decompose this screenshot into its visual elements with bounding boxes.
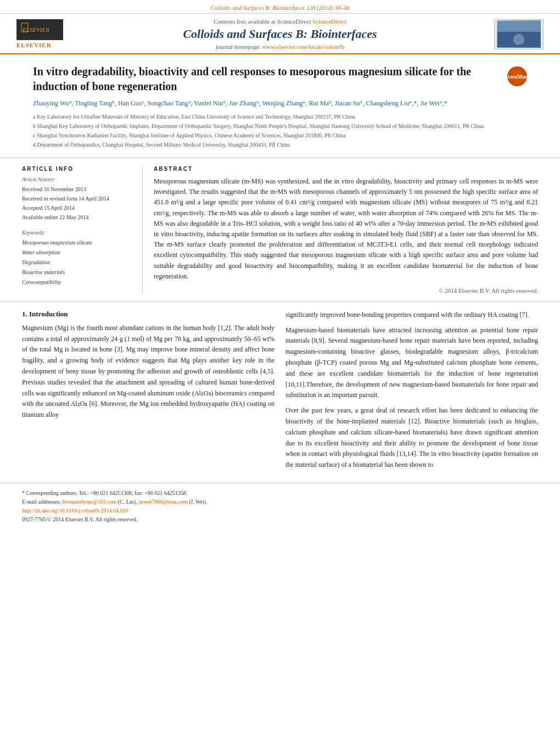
corresponding-text: * Corresponding authors. Tel.: +86 021 6… (22, 490, 187, 496)
section-label: Introduction (29, 310, 68, 318)
email-label: E-mail addresses: (22, 499, 61, 505)
keywords-label: Keywords: (22, 230, 133, 236)
available-date: Available online 22 May 2014 (22, 213, 133, 222)
article-header: In vitro degradability, bioactivity and … (0, 54, 560, 158)
journal-homepage-link[interactable]: www.elsevier.com/locate/colsurfb (262, 43, 345, 50)
affiliation-a: a Key Laboratory for Ultrafine Materials… (33, 113, 527, 121)
homepage-label: journal homepage: (216, 43, 262, 50)
history-label: Article history: (22, 176, 133, 182)
abstract-text: Mesoporous magnesium silicate (m-MS) was… (154, 176, 538, 282)
crossmark-label: CrossMark (504, 74, 531, 80)
authors-line: Zhaoying Wuᵃ, Tingting Tangᵇ, Han Guoᶜ, … (33, 98, 527, 108)
article-info-heading: ARTICLE INFO (22, 166, 133, 172)
elsevier-logo: ELSEVIER ELSEVIER (16, 19, 66, 49)
crossmark-badge[interactable]: CrossMark (507, 66, 527, 86)
svg-rect-4 (497, 21, 540, 32)
email-1-name-text: C. Liu (120, 499, 134, 505)
cover-image (497, 20, 541, 48)
intro-text-left: Magnesium (Mg) is the fourth most abunda… (22, 323, 275, 421)
abstract-column: ABSTRACT Mesoporous magnesium silicate (… (154, 166, 538, 294)
article-info-abstract-section: ARTICLE INFO Article history: Received 1… (0, 158, 560, 302)
keyword-5: Cytocompatibility (22, 277, 133, 287)
corresponding-author-note: * Corresponding authors. Tel.: +86 021 6… (22, 489, 538, 506)
email-link-2[interactable]: jiewei7860@sina.com (138, 499, 187, 505)
keyword-1: Mesoporous magnesium silicate (22, 238, 133, 248)
intro-para-3: Magnesium-based biomaterials have attrac… (285, 325, 538, 401)
intro-para-1: Magnesium (Mg) is the fourth most abunda… (22, 323, 275, 421)
article-info-column: ARTICLE INFO Article history: Received 1… (22, 166, 143, 294)
keywords-block: Keywords: Mesoporous magnesium silicate … (22, 230, 133, 287)
journal-cover (494, 19, 544, 49)
body-section: 1. Introduction Magnesium (Mg) is the fo… (0, 302, 560, 483)
revised-date: Received in revised form 14 April 2014 (22, 194, 133, 203)
keyword-4: Bioactive materials (22, 267, 133, 277)
affiliation-c: c Shanghai Synchrotron Radiation Facilit… (33, 131, 527, 140)
contents-available-line: Contents lists available at ScienceDirec… (66, 18, 494, 25)
keyword-2: Water absorption (22, 248, 133, 258)
intro-title: 1. Introduction (22, 310, 275, 319)
keyword-3: Degradation (22, 258, 133, 267)
email-2-name: J. Wei (191, 499, 204, 505)
logo-image: ELSEVIER (16, 19, 63, 40)
keyword-list: Mesoporous magnesium silicate Water abso… (22, 238, 133, 287)
email-link-1[interactable]: biomaterbone@163.com (62, 499, 116, 505)
svg-point-6 (513, 34, 524, 45)
contents-text: Contents lists available at ScienceDirec… (214, 18, 311, 25)
issn-line: 0927-7765/© 2014 Elsevier B.V. All right… (22, 515, 538, 524)
article-history-block: Article history: Received 16 November 20… (22, 176, 133, 222)
intro-para-4: Over the past few years, a great deal of… (285, 405, 538, 471)
journal-citation: Colloids and Surfaces B: Biointerfaces 1… (210, 4, 349, 11)
doi-link[interactable]: http://dx.doi.org/10.1016/j.colsurfb.201… (22, 507, 128, 514)
doi-line: http://dx.doi.org/10.1016/j.colsurfb.201… (22, 506, 538, 515)
sciencedirect-link[interactable]: ScienceDirect (312, 18, 346, 25)
intro-para-2: significantly improved bone-bonding prop… (285, 310, 538, 321)
body-left-column: 1. Introduction Magnesium (Mg) is the fo… (22, 310, 275, 475)
abstract-heading: ABSTRACT (154, 166, 538, 172)
journal-header: ELSEVIER ELSEVIER Contents lists availab… (0, 14, 560, 54)
article-dates: Received 16 November 2013 Received in re… (22, 185, 133, 222)
top-bar: Colloids and Surfaces B: Biointerfaces 1… (0, 0, 560, 14)
accepted-date: Accepted 15 April 2014 (22, 203, 133, 213)
journal-homepage-line: journal homepage: www.elsevier.com/locat… (66, 43, 494, 50)
body-right-column: significantly improved bone-bonding prop… (285, 310, 538, 475)
received-date: Received 16 November 2013 (22, 185, 133, 194)
affiliations-block: a Key Laboratory for Ultrafine Materials… (33, 113, 527, 149)
journal-title: Colloids and Surfaces B: Biointerfaces (66, 27, 494, 41)
copyright-line: © 2014 Elsevier B.V. All rights reserved… (154, 287, 538, 294)
affiliation-b: b Shanghai Key Laboratory of Orthopaedic… (33, 122, 527, 130)
intro-text-right: significantly improved bone-bonding prop… (285, 310, 538, 471)
article-title-row: In vitro degradability, bioactivity and … (33, 64, 527, 94)
journal-header-center: Contents lists available at ScienceDirec… (66, 18, 494, 50)
affiliation-d: d Department of Orthopaedics, Changhai H… (33, 141, 527, 149)
section-number: 1. (22, 310, 27, 318)
footnote-section: * Corresponding authors. Tel.: +86 021 6… (0, 483, 560, 526)
elsevier-text: ELSEVIER (16, 42, 52, 48)
article-title: In vitro degradability, bioactivity and … (33, 64, 507, 94)
